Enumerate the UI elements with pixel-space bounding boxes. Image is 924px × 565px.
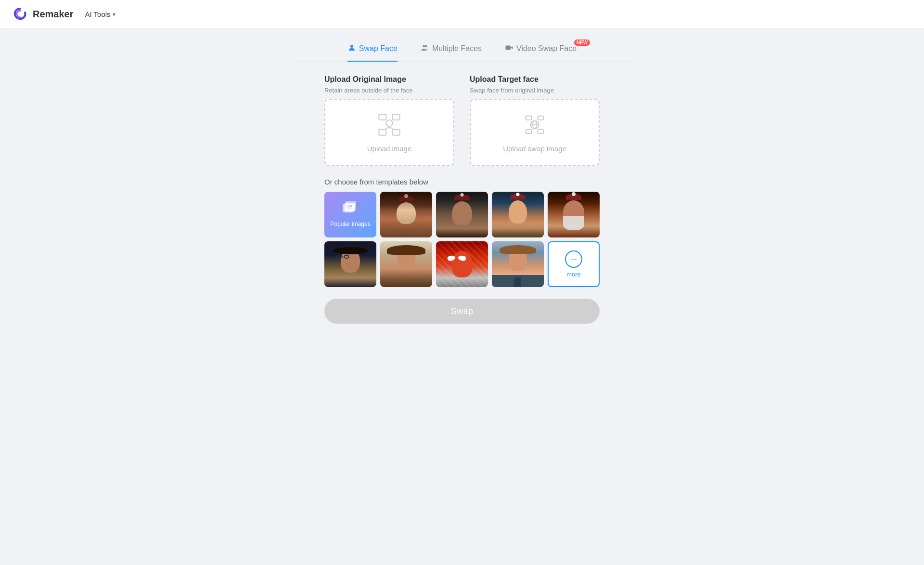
new-badge: NEW	[574, 39, 590, 46]
globe-upload-icon	[523, 113, 547, 140]
template-item-7[interactable]	[436, 241, 488, 287]
upload-original-text: Upload image	[367, 145, 412, 153]
tab-swap-face[interactable]: Swap Face	[347, 43, 398, 62]
chevron-down-icon: ▾	[113, 11, 116, 18]
popular-images-tile[interactable]: Popular images	[324, 192, 376, 237]
upload-target-sublabel: Swap face from original image	[470, 87, 600, 94]
templates-row-1: Popular images	[324, 192, 600, 237]
logo-icon	[12, 6, 29, 23]
template-item-2[interactable]	[436, 192, 488, 237]
header: Remaker AI Tools ▾	[0, 0, 924, 29]
svg-rect-9	[393, 130, 400, 135]
svg-rect-12	[538, 116, 544, 119]
templates-row-2: ··· more	[324, 241, 600, 287]
ai-tools-button[interactable]: AI Tools ▾	[81, 8, 119, 20]
logo-text: Remaker	[33, 9, 74, 20]
svg-rect-13	[526, 130, 532, 133]
more-label: more	[566, 271, 581, 278]
popular-images-icon	[343, 201, 358, 218]
upload-original-box[interactable]: Upload image	[324, 99, 454, 166]
upload-original-sublabel: Retain areas outside of the face	[324, 87, 454, 94]
video-icon	[505, 43, 513, 54]
svg-point-3	[425, 45, 427, 48]
upload-target-col: Upload Target face Swap face from origin…	[470, 75, 600, 166]
upload-original-col: Upload Original Image Retain areas outsi…	[324, 75, 454, 166]
svg-rect-8	[379, 130, 386, 135]
svg-rect-7	[393, 114, 400, 120]
ai-tools-label: AI Tools	[85, 10, 111, 18]
tab-video-swap-face-label: Video Swap Face	[516, 44, 577, 53]
svg-marker-5	[511, 46, 513, 49]
more-tile[interactable]: ··· more	[548, 241, 600, 287]
logo-area: Remaker	[12, 6, 74, 23]
face-upload-icon	[377, 113, 401, 140]
more-dots-icon: ···	[565, 250, 582, 268]
group-icon	[421, 43, 429, 54]
upload-target-box[interactable]: Upload swap image	[470, 99, 600, 166]
template-item-6[interactable]	[380, 241, 432, 287]
svg-point-2	[423, 45, 425, 48]
svg-point-10	[386, 120, 392, 126]
main-content: Swap Face Multiple Faces Video Swap Face…	[0, 29, 924, 324]
tabs-nav: Swap Face Multiple Faces Video Swap Face…	[294, 43, 630, 62]
template-item-4[interactable]	[548, 192, 600, 237]
svg-rect-11	[526, 116, 532, 119]
template-item-3[interactable]	[492, 192, 544, 237]
tab-multiple-faces[interactable]: Multiple Faces	[421, 43, 482, 61]
person-icon	[347, 43, 356, 54]
popular-images-label: Popular images	[330, 221, 370, 228]
templates-section: Or choose from templates below Popular i…	[324, 178, 600, 291]
tab-swap-face-label: Swap Face	[359, 44, 398, 53]
svg-point-1	[350, 45, 353, 48]
tab-video-swap-face[interactable]: Video Swap Face NEW	[505, 43, 577, 61]
svg-rect-4	[506, 46, 511, 50]
upload-original-label: Upload Original Image	[324, 75, 454, 84]
tab-multiple-faces-label: Multiple Faces	[432, 44, 482, 53]
swap-button[interactable]: Swap	[324, 299, 600, 324]
template-item-5[interactable]	[324, 241, 376, 287]
upload-target-text: Upload swap image	[503, 145, 566, 153]
svg-rect-6	[379, 114, 386, 120]
upload-target-label: Upload Target face	[470, 75, 600, 84]
templates-title: Or choose from templates below	[324, 178, 600, 186]
upload-section: Upload Original Image Retain areas outsi…	[324, 75, 600, 166]
svg-rect-14	[538, 130, 544, 133]
template-item-8[interactable]	[492, 241, 544, 287]
template-item-1[interactable]	[380, 192, 432, 237]
